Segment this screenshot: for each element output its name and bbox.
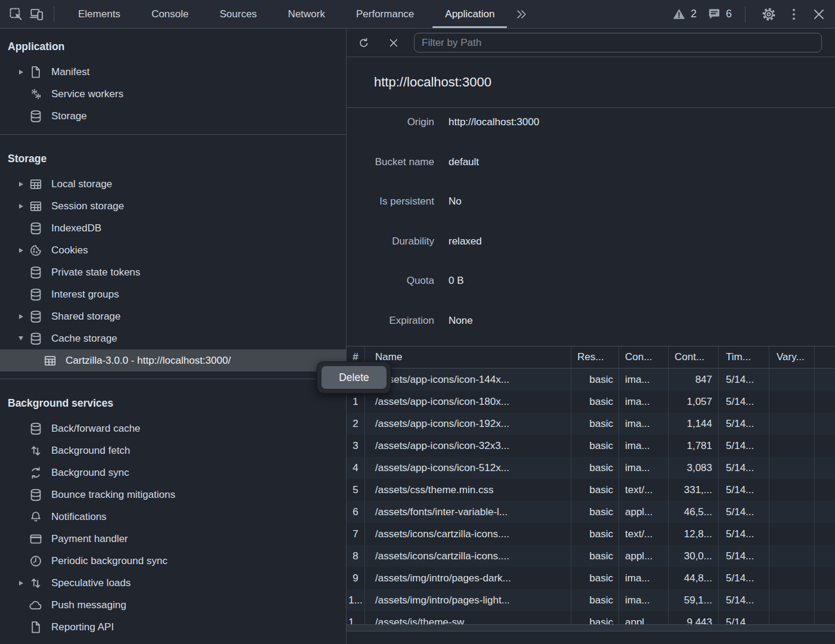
devtools-main: ApplicationManifestService workersStorag…	[0, 29, 835, 644]
inspect-button[interactable]	[6, 4, 26, 24]
refresh-button[interactable]	[355, 35, 372, 51]
sidebar-item-indexeddb[interactable]: IndexedDB	[0, 217, 346, 239]
sidebar-item-label: Shared storage	[51, 311, 120, 323]
table-row[interactable]: 3/assets/app-icons/icon-32x3...basicima.…	[347, 435, 835, 457]
context-menu-item-delete[interactable]: Delete	[321, 366, 386, 389]
sidebar-item-cache-storage[interactable]: Cache storage	[0, 327, 346, 349]
gear-button[interactable]	[759, 4, 779, 24]
column-header-res[interactable]: Res...	[571, 346, 619, 368]
sidebar-section-application: ApplicationManifestService workersStorag…	[0, 29, 346, 135]
expander-spacer	[16, 105, 26, 127]
sidebar-item-local-storage[interactable]: Local storage	[0, 173, 346, 195]
filter-by-path-input[interactable]	[414, 33, 822, 52]
sidebar-item-background-sync[interactable]: Background sync	[0, 462, 346, 484]
table-row[interactable]: 6/assets/fonts/inter-variable-l...basica…	[347, 501, 835, 523]
column-header-name[interactable]: Name	[365, 346, 571, 368]
sidebar-item-storage[interactable]: Storage	[0, 105, 346, 127]
sidebar-item-interest-groups[interactable]: Interest groups	[0, 283, 346, 305]
sidebar-item-back-forward-cache[interactable]: Back/forward cache	[0, 417, 346, 439]
table-row[interactable]: 8/assets/icons/cartzilla-icons....basica…	[347, 545, 835, 567]
tab-performance[interactable]: Performance	[341, 0, 429, 28]
warning-badge[interactable]: 2	[672, 7, 697, 21]
expander-collapsed-icon[interactable]	[16, 239, 26, 261]
table-cell: 7	[347, 523, 365, 545]
sidebar-item-service-workers[interactable]: Service workers	[0, 83, 346, 105]
table-row[interactable]: 5/assets/css/theme.min.cssbasictext/...3…	[347, 479, 835, 501]
table-row[interactable]: 9/assets/img/intro/pages-dark...basicima…	[347, 567, 835, 589]
expander-collapsed-icon[interactable]	[16, 572, 26, 594]
table-header-row: #NameRes...Con...Cont...Tim...Vary...	[347, 346, 835, 369]
expander-collapsed-icon[interactable]	[16, 305, 26, 327]
table-cell: 5	[347, 479, 365, 501]
table-cell-filler	[815, 523, 835, 545]
detail-label: Is persistent	[347, 196, 434, 208]
table-cell: ima...	[619, 589, 669, 611]
sidebar-item-bounce-tracking-mitigations[interactable]: Bounce tracking mitigations	[0, 484, 346, 506]
table-row[interactable]: 2/assets/app-icons/icon-192x...basicima.…	[347, 413, 835, 435]
table-cell: 12,8...	[669, 523, 719, 545]
table-row[interactable]: 7/assets/icons/cartzilla-icons....basict…	[347, 523, 835, 545]
sidebar-item-notifications[interactable]: Notifications	[0, 506, 346, 528]
table-cell: 1...	[347, 589, 365, 611]
expander-collapsed-icon[interactable]	[16, 61, 26, 83]
table-cell: 8	[347, 545, 365, 567]
sidebar-item-push-messaging[interactable]: Push messaging	[0, 594, 346, 616]
table-row[interactable]: 1/assets/app-icons/icon-180x...basicima.…	[347, 391, 835, 413]
sidebar-item-manifest[interactable]: Manifest	[0, 61, 346, 83]
detail-value: None	[449, 315, 473, 327]
badge-count: 6	[726, 8, 732, 20]
table-cell	[769, 479, 815, 501]
horizontal-scrollbar[interactable]	[347, 624, 835, 631]
column-header-con[interactable]: Con...	[619, 346, 669, 368]
more-tabs-button[interactable]	[511, 4, 531, 24]
table-row[interactable]: 1.../assets/img/intro/pages-light...basi…	[347, 589, 835, 611]
column-header-tim[interactable]: Tim...	[719, 346, 769, 368]
table-cell: 4	[347, 457, 365, 479]
detail-row-quota: Quota0 B	[347, 267, 835, 307]
table-row[interactable]: 0/assets/app-icons/icon-144x...basicima.…	[347, 369, 835, 391]
table-cell	[769, 457, 815, 479]
table-cell: 5/14...	[719, 413, 769, 435]
tab-application[interactable]: Application	[429, 0, 510, 28]
table-cell: basic	[571, 545, 619, 567]
sidebar-item-label: Background fetch	[51, 445, 130, 457]
sidebar-item-label: Cartzilla-3.0.0 - http://localhost:3000/	[66, 355, 231, 367]
sidebar-item-cookies[interactable]: Cookies	[0, 239, 346, 261]
close-button[interactable]	[809, 4, 829, 24]
expander-spacer	[30, 349, 40, 371]
cookie-icon	[29, 243, 43, 258]
sidebar-item-session-storage[interactable]: Session storage	[0, 195, 346, 217]
tab-sources[interactable]: Sources	[204, 0, 272, 28]
sidebar-item-label: Speculative loads	[51, 577, 131, 589]
sidebar-item-reporting-api[interactable]: Reporting API	[0, 616, 346, 638]
device-toolbar-button[interactable]	[26, 4, 47, 24]
expander-expanded-icon[interactable]	[16, 327, 26, 349]
clear-button[interactable]	[385, 35, 402, 51]
table-cell-filler	[815, 611, 835, 624]
kebab-button[interactable]	[784, 4, 804, 24]
table-cell: /assets/img/intro/pages-dark...	[365, 567, 571, 589]
column-header-vary[interactable]: Vary...	[769, 346, 815, 368]
table-cell: 5/14...	[719, 457, 769, 479]
tab-network[interactable]: Network	[273, 0, 341, 28]
expander-collapsed-icon[interactable]	[16, 195, 26, 217]
sidebar-item-payment-handler[interactable]: Payment handler	[0, 528, 346, 550]
table-row[interactable]: 4/assets/app-icons/icon-512x...basicima.…	[347, 457, 835, 479]
tab-console[interactable]: Console	[136, 0, 204, 28]
table-cell: basic	[571, 457, 619, 479]
sidebar-item-shared-storage[interactable]: Shared storage	[0, 305, 346, 327]
sidebar-item-cartzilla-3-0-0-http-localhost-3000[interactable]: Cartzilla-3.0.0 - http://localhost:3000/	[0, 349, 346, 371]
expander-spacer	[16, 417, 26, 439]
column-header-cont[interactable]: Cont...	[669, 346, 719, 368]
sidebar-item-background-fetch[interactable]: Background fetch	[0, 439, 346, 462]
table-row[interactable]: 1.../assets/js/theme-sw...basicappl...9,…	[347, 611, 835, 624]
message-badge[interactable]: 6	[707, 7, 732, 21]
sidebar-item-speculative-loads[interactable]: Speculative loads	[0, 572, 346, 594]
expander-spacer	[16, 217, 26, 239]
sidebar-item-periodic-background-sync[interactable]: Periodic background sync	[0, 550, 346, 572]
expander-collapsed-icon[interactable]	[16, 173, 26, 195]
table-cell: ima...	[619, 391, 669, 413]
tab-elements[interactable]: Elements	[63, 0, 136, 28]
cache-storage-panel: http://localhost:3000 Originhttp://local…	[347, 29, 835, 644]
sidebar-item-private-state-tokens[interactable]: Private state tokens	[0, 261, 346, 283]
